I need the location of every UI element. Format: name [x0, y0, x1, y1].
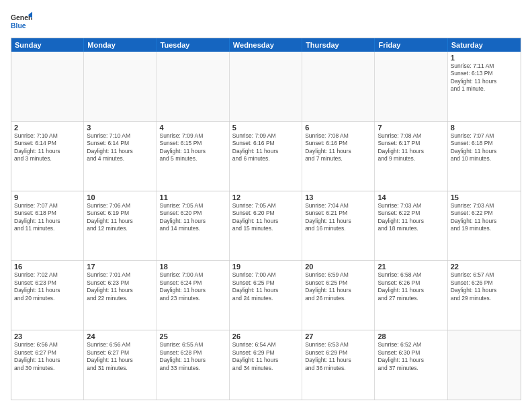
day-number: 6 — [305, 124, 371, 132]
cell-info: Sunrise: 7:08 AM Sunset: 6:16 PM Dayligh… — [305, 132, 371, 163]
calendar-cell-20: 20Sunrise: 6:59 AM Sunset: 6:25 PM Dayli… — [302, 261, 375, 330]
calendar-cell-1: 1Sunrise: 7:11 AM Sunset: 6:13 PM Daylig… — [448, 52, 521, 121]
header: General Blue — [11, 11, 521, 32]
day-number: 7 — [378, 124, 444, 132]
cell-info: Sunrise: 7:06 AM Sunset: 6:19 PM Dayligh… — [87, 202, 153, 233]
day-number: 11 — [160, 193, 226, 201]
day-number: 9 — [14, 193, 81, 201]
cell-info: Sunrise: 7:03 AM Sunset: 6:22 PM Dayligh… — [451, 202, 518, 233]
cell-info: Sunrise: 7:02 AM Sunset: 6:23 PM Dayligh… — [14, 271, 81, 302]
cell-info: Sunrise: 7:01 AM Sunset: 6:23 PM Dayligh… — [87, 271, 153, 302]
day-number: 13 — [305, 193, 371, 201]
calendar-cell-6: 6Sunrise: 7:08 AM Sunset: 6:16 PM Daylig… — [302, 122, 375, 191]
cell-info: Sunrise: 7:00 AM Sunset: 6:24 PM Dayligh… — [160, 271, 226, 302]
calendar-cell-10: 10Sunrise: 7:06 AM Sunset: 6:19 PM Dayli… — [84, 191, 157, 261]
day-number: 18 — [160, 263, 226, 271]
calendar-cell-empty-0-4 — [302, 52, 375, 121]
cell-info: Sunrise: 7:07 AM Sunset: 6:18 PM Dayligh… — [451, 132, 518, 163]
cell-info: Sunrise: 6:56 AM Sunset: 6:27 PM Dayligh… — [14, 341, 81, 372]
day-number: 21 — [378, 263, 444, 271]
cell-info: Sunrise: 6:55 AM Sunset: 6:28 PM Dayligh… — [160, 341, 226, 372]
calendar-cell-empty-0-5 — [375, 52, 447, 121]
calendar-cell-19: 19Sunrise: 7:00 AM Sunset: 6:25 PM Dayli… — [230, 261, 302, 330]
calendar-cell-26: 26Sunrise: 6:54 AM Sunset: 6:29 PM Dayli… — [230, 330, 302, 400]
calendar-cell-empty-0-1 — [84, 52, 157, 121]
calendar-cell-7: 7Sunrise: 7:08 AM Sunset: 6:17 PM Daylig… — [375, 122, 447, 191]
calendar-cell-4: 4Sunrise: 7:09 AM Sunset: 6:15 PM Daylig… — [157, 122, 230, 191]
day-number: 23 — [14, 332, 81, 340]
day-number: 15 — [451, 193, 518, 201]
day-number: 19 — [232, 263, 299, 271]
calendar-row-2: 2Sunrise: 7:10 AM Sunset: 6:14 PM Daylig… — [11, 121, 521, 191]
day-number: 12 — [232, 193, 299, 201]
cell-info: Sunrise: 6:53 AM Sunset: 6:29 PM Dayligh… — [305, 341, 371, 372]
day-header-sunday: Sunday — [11, 38, 84, 52]
calendar-cell-14: 14Sunrise: 7:03 AM Sunset: 6:22 PM Dayli… — [375, 191, 447, 261]
day-number: 16 — [14, 263, 81, 271]
cell-info: Sunrise: 7:05 AM Sunset: 6:20 PM Dayligh… — [160, 202, 226, 233]
day-number: 2 — [14, 124, 81, 132]
calendar-cell-8: 8Sunrise: 7:07 AM Sunset: 6:18 PM Daylig… — [448, 122, 521, 191]
calendar-cell-empty-0-2 — [157, 52, 230, 121]
day-number: 14 — [378, 193, 444, 201]
cell-info: Sunrise: 6:56 AM Sunset: 6:27 PM Dayligh… — [87, 341, 153, 372]
calendar-cell-15: 15Sunrise: 7:03 AM Sunset: 6:22 PM Dayli… — [448, 191, 521, 261]
page: General Blue SundayMondayTuesdayWednesda… — [0, 0, 532, 411]
calendar-cell-24: 24Sunrise: 6:56 AM Sunset: 6:27 PM Dayli… — [84, 330, 157, 400]
day-number: 24 — [87, 332, 153, 340]
calendar-header: SundayMondayTuesdayWednesdayThursdayFrid… — [11, 38, 521, 52]
calendar-cell-23: 23Sunrise: 6:56 AM Sunset: 6:27 PM Dayli… — [11, 330, 84, 400]
calendar-cell-22: 22Sunrise: 6:57 AM Sunset: 6:26 PM Dayli… — [448, 261, 521, 330]
calendar-body: 1Sunrise: 7:11 AM Sunset: 6:13 PM Daylig… — [11, 52, 521, 400]
calendar-cell-25: 25Sunrise: 6:55 AM Sunset: 6:28 PM Dayli… — [157, 330, 230, 400]
day-number: 22 — [451, 263, 518, 271]
calendar: SundayMondayTuesdayWednesdayThursdayFrid… — [11, 38, 521, 400]
day-number: 20 — [305, 263, 371, 271]
calendar-cell-9: 9Sunrise: 7:07 AM Sunset: 6:18 PM Daylig… — [11, 191, 84, 261]
cell-info: Sunrise: 6:54 AM Sunset: 6:29 PM Dayligh… — [232, 341, 299, 372]
logo-icon: General Blue — [11, 11, 32, 32]
day-header-wednesday: Wednesday — [230, 38, 302, 52]
day-number: 25 — [160, 332, 226, 340]
calendar-cell-empty-4-6 — [448, 330, 521, 400]
calendar-cell-17: 17Sunrise: 7:01 AM Sunset: 6:23 PM Dayli… — [84, 261, 157, 330]
day-header-tuesday: Tuesday — [157, 38, 230, 52]
calendar-row-3: 9Sunrise: 7:07 AM Sunset: 6:18 PM Daylig… — [11, 191, 521, 261]
day-header-thursday: Thursday — [302, 38, 375, 52]
calendar-cell-28: 28Sunrise: 6:52 AM Sunset: 6:30 PM Dayli… — [375, 330, 447, 400]
day-number: 5 — [232, 124, 299, 132]
calendar-row-1: 1Sunrise: 7:11 AM Sunset: 6:13 PM Daylig… — [11, 52, 521, 121]
cell-info: Sunrise: 7:08 AM Sunset: 6:17 PM Dayligh… — [378, 132, 444, 163]
cell-info: Sunrise: 7:09 AM Sunset: 6:16 PM Dayligh… — [232, 132, 299, 163]
day-number: 27 — [305, 332, 371, 340]
calendar-row-4: 16Sunrise: 7:02 AM Sunset: 6:23 PM Dayli… — [11, 260, 521, 330]
calendar-row-5: 23Sunrise: 6:56 AM Sunset: 6:27 PM Dayli… — [11, 330, 521, 400]
calendar-cell-5: 5Sunrise: 7:09 AM Sunset: 6:16 PM Daylig… — [230, 122, 302, 191]
calendar-cell-13: 13Sunrise: 7:04 AM Sunset: 6:21 PM Dayli… — [302, 191, 375, 261]
cell-info: Sunrise: 7:11 AM Sunset: 6:13 PM Dayligh… — [451, 62, 518, 93]
cell-info: Sunrise: 6:59 AM Sunset: 6:25 PM Dayligh… — [305, 271, 371, 302]
calendar-cell-3: 3Sunrise: 7:10 AM Sunset: 6:14 PM Daylig… — [84, 122, 157, 191]
cell-info: Sunrise: 6:52 AM Sunset: 6:30 PM Dayligh… — [378, 341, 444, 372]
cell-info: Sunrise: 7:10 AM Sunset: 6:14 PM Dayligh… — [87, 132, 153, 163]
calendar-cell-27: 27Sunrise: 6:53 AM Sunset: 6:29 PM Dayli… — [302, 330, 375, 400]
cell-info: Sunrise: 7:03 AM Sunset: 6:22 PM Dayligh… — [378, 202, 444, 233]
calendar-cell-21: 21Sunrise: 6:58 AM Sunset: 6:26 PM Dayli… — [375, 261, 447, 330]
calendar-cell-16: 16Sunrise: 7:02 AM Sunset: 6:23 PM Dayli… — [11, 261, 84, 330]
cell-info: Sunrise: 7:09 AM Sunset: 6:15 PM Dayligh… — [160, 132, 226, 163]
cell-info: Sunrise: 7:07 AM Sunset: 6:18 PM Dayligh… — [14, 202, 81, 233]
day-number: 28 — [378, 332, 444, 340]
day-header-friday: Friday — [375, 38, 447, 52]
svg-text:Blue: Blue — [11, 22, 26, 30]
cell-info: Sunrise: 7:04 AM Sunset: 6:21 PM Dayligh… — [305, 202, 371, 233]
calendar-cell-empty-0-0 — [11, 52, 84, 121]
day-header-monday: Monday — [84, 38, 157, 52]
day-number: 17 — [87, 263, 153, 271]
calendar-cell-12: 12Sunrise: 7:05 AM Sunset: 6:20 PM Dayli… — [230, 191, 302, 261]
day-number: 1 — [451, 54, 518, 62]
day-number: 4 — [160, 124, 226, 132]
day-number: 8 — [451, 124, 518, 132]
cell-info: Sunrise: 7:00 AM Sunset: 6:25 PM Dayligh… — [232, 271, 299, 302]
cell-info: Sunrise: 7:10 AM Sunset: 6:14 PM Dayligh… — [14, 132, 81, 163]
calendar-cell-2: 2Sunrise: 7:10 AM Sunset: 6:14 PM Daylig… — [11, 122, 84, 191]
